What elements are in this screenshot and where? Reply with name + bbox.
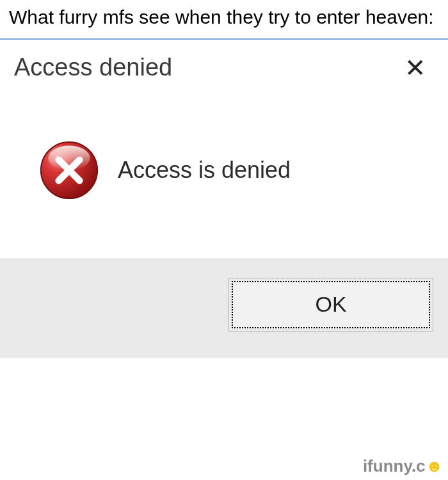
dialog-body: Access is denied bbox=[0, 88, 448, 259]
dialog-button-bar: OK bbox=[0, 259, 448, 358]
error-icon bbox=[38, 140, 100, 201]
dialog-message: Access is denied bbox=[118, 157, 291, 184]
dialog-titlebar: Access denied ✕ bbox=[0, 40, 448, 88]
watermark-text: ifunny.c bbox=[363, 456, 426, 476]
watermark-smiley-icon: ☻ bbox=[426, 456, 443, 476]
ok-button[interactable]: OK bbox=[232, 281, 430, 328]
error-dialog: Access denied ✕ bbox=[0, 40, 448, 358]
watermark: ifunny.c☻ bbox=[363, 456, 443, 476]
dialog-title: Access denied bbox=[14, 54, 172, 81]
meme-caption: What furry mfs see when they try to ente… bbox=[0, 0, 448, 36]
close-icon[interactable]: ✕ bbox=[401, 54, 430, 82]
